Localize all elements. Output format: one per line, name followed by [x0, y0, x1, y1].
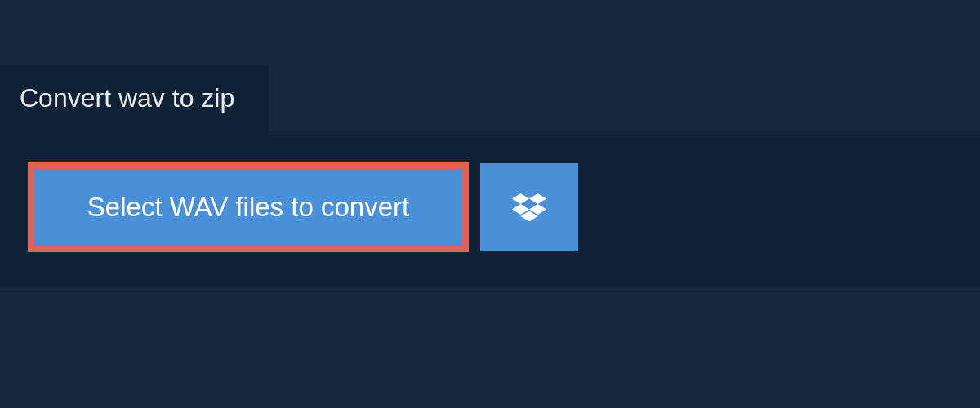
- select-files-button[interactable]: Select WAV files to convert: [28, 162, 469, 252]
- tab-label: Convert wav to zip: [20, 83, 234, 113]
- dropbox-icon: [512, 190, 546, 224]
- select-files-label: Select WAV files to convert: [87, 192, 409, 223]
- tab-bar: Convert wav to zip: [0, 0, 980, 131]
- dropbox-button[interactable]: [480, 163, 578, 251]
- action-panel: Select WAV files to convert: [0, 131, 980, 288]
- tab-convert-wav-to-zip[interactable]: Convert wav to zip: [0, 65, 269, 131]
